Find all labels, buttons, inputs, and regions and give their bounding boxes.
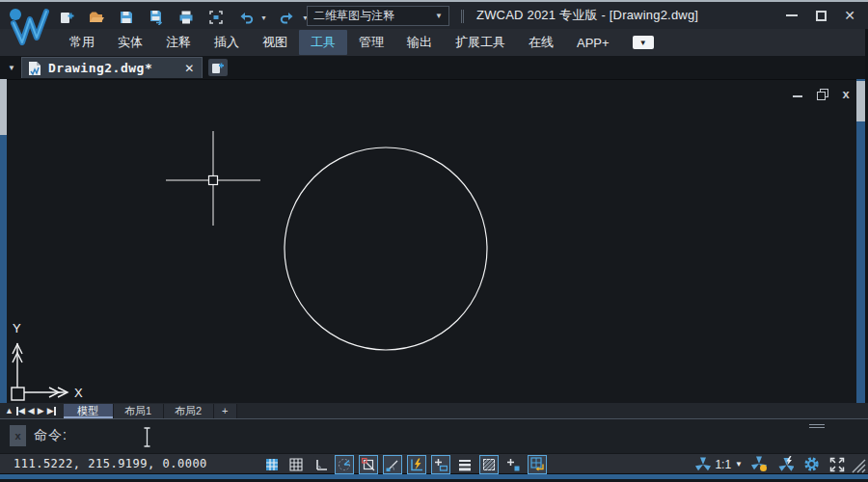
ortho-toggle[interactable] (311, 455, 330, 474)
workspace-label: 二维草图与注释 (313, 8, 435, 24)
ucs-y-label: Y (13, 321, 21, 335)
command-bar[interactable]: x 命令: (0, 418, 868, 453)
ribbon-tab-output[interactable]: 输出 (395, 30, 444, 55)
doc-close-icon: x (842, 88, 849, 100)
object-snap-tracking-icon (386, 458, 399, 471)
tab-model[interactable]: 模型 (64, 404, 114, 418)
ribbon-tab-annotate[interactable]: 注释 (154, 30, 203, 55)
open-file-button[interactable] (86, 7, 107, 28)
save-icon (119, 10, 134, 25)
object-snap-tracking-toggle[interactable] (383, 455, 402, 474)
prev-layout-button[interactable]: ◀ (28, 407, 35, 415)
annotation-scale-icon (695, 457, 711, 472)
workspace-dropdown-arrow[interactable]: ▼ (435, 12, 443, 20)
window-controls: ✕ (783, 2, 858, 29)
save-button[interactable] (116, 7, 137, 28)
ribbon-tab-online[interactable]: 在线 (517, 30, 565, 55)
polar-tracking-toggle[interactable] (335, 455, 354, 474)
clean-screen-button[interactable] (205, 7, 227, 28)
undo-button[interactable] (235, 7, 257, 28)
transparency-toggle[interactable] (479, 455, 499, 474)
new-file-icon (59, 10, 74, 25)
document-window-controls: x (791, 87, 853, 100)
first-layout-button[interactable]: ◀ (16, 407, 25, 415)
print-icon (178, 10, 194, 25)
clean-screen-icon (208, 10, 224, 25)
doc-restore-icon (817, 89, 827, 98)
snap-icon (265, 458, 279, 471)
ribbon-tab-app-plus[interactable]: APP+ (565, 32, 621, 54)
dynamic-input-toggle[interactable] (431, 455, 450, 474)
ribbon-tab-solid[interactable]: 实体 (106, 30, 154, 55)
tab-layout2[interactable]: 布局2 (164, 404, 214, 418)
zwcad-logo[interactable] (6, 4, 52, 52)
document-tab-close-icon[interactable]: ✕ (184, 62, 194, 75)
object-snap-toggle[interactable] (359, 455, 378, 474)
close-button[interactable]: ✕ (841, 7, 858, 24)
ribbon-tab-view[interactable]: 视图 (251, 30, 299, 55)
snap-toggle[interactable] (262, 455, 282, 474)
ribbon-tab-tools[interactable]: 工具 (299, 30, 347, 55)
document-tab[interactable]: Drawing2.dwg* ✕ (21, 57, 203, 78)
save-as-button[interactable] (146, 7, 167, 28)
drawing-canvas[interactable]: Y X x (0, 79, 868, 403)
new-file-button[interactable] (56, 7, 77, 28)
save-as-icon (149, 10, 164, 25)
ribbon-tab-express[interactable]: 扩展工具 (444, 30, 517, 55)
status-toggles (262, 454, 547, 474)
fullscreen-button[interactable] (827, 455, 847, 474)
add-layout-button[interactable]: + (214, 404, 237, 418)
transparency-icon (482, 458, 496, 471)
settings-button[interactable] (801, 455, 821, 474)
selection-cycling-icon (506, 458, 520, 471)
grid-toggle[interactable] (286, 455, 306, 474)
ribbon-collapse-button[interactable]: ▼ (633, 36, 654, 49)
ribbon-tab-home[interactable]: 常用 (58, 30, 106, 55)
command-prompt: 命令: (34, 427, 68, 444)
titlebar-separator (461, 10, 464, 23)
selection-cycling-toggle[interactable] (503, 455, 523, 474)
command-resize-handle[interactable] (809, 422, 825, 430)
auto-annotation-button[interactable] (775, 455, 795, 474)
title-bar: ▼ ▼ ? 二维草图与注释 ▼ ZWCAD 2021 专业版 - [Drawin… (0, 2, 868, 29)
open-folder-icon (89, 10, 104, 25)
pickbox (209, 176, 218, 185)
doc-minimize-button[interactable] (791, 87, 804, 100)
document-tab-label: Drawing2.dwg* (48, 61, 152, 75)
doc-close-button[interactable]: x (839, 87, 853, 100)
drawn-circle[interactable] (285, 147, 487, 350)
minimize-button[interactable] (783, 7, 800, 24)
redo-button[interactable] (277, 7, 298, 28)
viewport-switch-toggle[interactable] (528, 455, 547, 474)
annotation-scale-button[interactable]: 1:1 ▼ (695, 457, 743, 472)
close-icon: ✕ (844, 9, 855, 22)
command-close-button[interactable]: x (10, 425, 26, 446)
annotation-visibility-button[interactable] (749, 455, 769, 474)
text-cursor (143, 427, 151, 451)
doc-restore-button[interactable] (815, 87, 828, 100)
dynamic-ucs-toggle[interactable] (407, 455, 426, 474)
layout-menu-up-arrow[interactable]: ▲ (5, 407, 14, 415)
window-title: ZWCAD 2021 专业版 - [Drawing2.dwg] (476, 2, 698, 29)
ribbon-tab-manage[interactable]: 管理 (347, 30, 395, 55)
polar-tracking-icon (338, 458, 351, 471)
undo-dropdown-arrow[interactable]: ▼ (259, 7, 268, 28)
redo-icon (280, 10, 295, 25)
vertical-scrollbar[interactable] (856, 79, 865, 403)
workspace-selector[interactable]: 二维草图与注释 ▼ (307, 6, 449, 26)
new-document-tab-button[interactable] (208, 59, 228, 76)
grid-icon (289, 458, 303, 471)
coordinates-readout: 111.5222, 215.9199, 0.0000 (14, 457, 207, 470)
last-layout-button[interactable]: ▶ (47, 407, 56, 415)
doc-tab-list-button[interactable]: ▼ (4, 60, 19, 75)
next-layout-button[interactable]: ▶ (38, 407, 44, 415)
tab-layout1[interactable]: 布局1 (114, 404, 164, 418)
ucs-icon (12, 343, 68, 400)
quick-access-toolbar: ▼ ▼ ? (56, 6, 339, 29)
vertical-scrollbar-thumb[interactable] (856, 81, 865, 121)
print-button[interactable] (176, 7, 197, 28)
lineweight-toggle[interactable] (455, 455, 475, 474)
window-resize-grip[interactable] (851, 459, 866, 473)
maximize-button[interactable] (812, 7, 829, 24)
ribbon-tab-insert[interactable]: 插入 (203, 30, 251, 55)
